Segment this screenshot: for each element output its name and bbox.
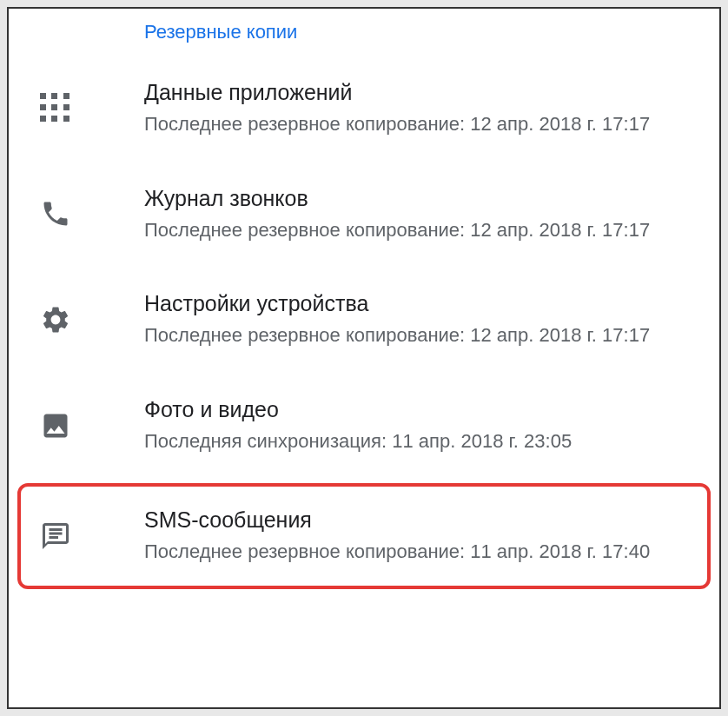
item-text: Журнал звонков Последнее резервное копир… (106, 186, 702, 243)
item-subtitle: Последнее резервное копирование: 12 апр.… (144, 323, 702, 348)
list-item-sms[interactable]: SMS-сообщения Последнее резервное копиро… (17, 483, 711, 589)
item-subtitle: Последнее резервное копирование: 11 апр.… (144, 540, 698, 565)
section-header: Резервные копии (9, 9, 719, 56)
settings-container: Резервные копии Данные приложений Послед… (7, 7, 721, 709)
phone-icon (40, 193, 106, 235)
item-title: Фото и видео (144, 397, 702, 422)
item-text: Данные приложений Последнее резервное ко… (106, 80, 702, 137)
item-subtitle: Последнее резервное копирование: 12 апр.… (144, 218, 702, 243)
list-item-app-data[interactable]: Данные приложений Последнее резервное ко… (9, 56, 719, 162)
item-title: Журнал звонков (144, 186, 702, 211)
list-item-device-settings[interactable]: Настройки устройства Последнее резервное… (9, 267, 719, 373)
item-subtitle: Последняя синхронизация: 11 апр. 2018 г.… (144, 429, 702, 454)
item-title: Данные приложений (144, 80, 702, 105)
item-text: SMS-сообщения Последнее резервное копиро… (106, 507, 698, 565)
message-icon (40, 515, 106, 557)
item-title: Настройки устройства (144, 291, 702, 316)
list-item-photo-video[interactable]: Фото и видео Последняя синхронизация: 11… (9, 373, 719, 479)
photo-icon (40, 405, 106, 447)
item-text: Настройки устройства Последнее резервное… (106, 291, 702, 348)
list-item-call-log[interactable]: Журнал звонков Последнее резервное копир… (9, 162, 719, 268)
item-title: SMS-сообщения (144, 507, 698, 533)
item-subtitle: Последнее резервное копирование: 12 апр.… (144, 112, 702, 137)
gear-icon (40, 299, 106, 341)
apps-icon (40, 88, 106, 129)
item-text: Фото и видео Последняя синхронизация: 11… (106, 397, 702, 454)
